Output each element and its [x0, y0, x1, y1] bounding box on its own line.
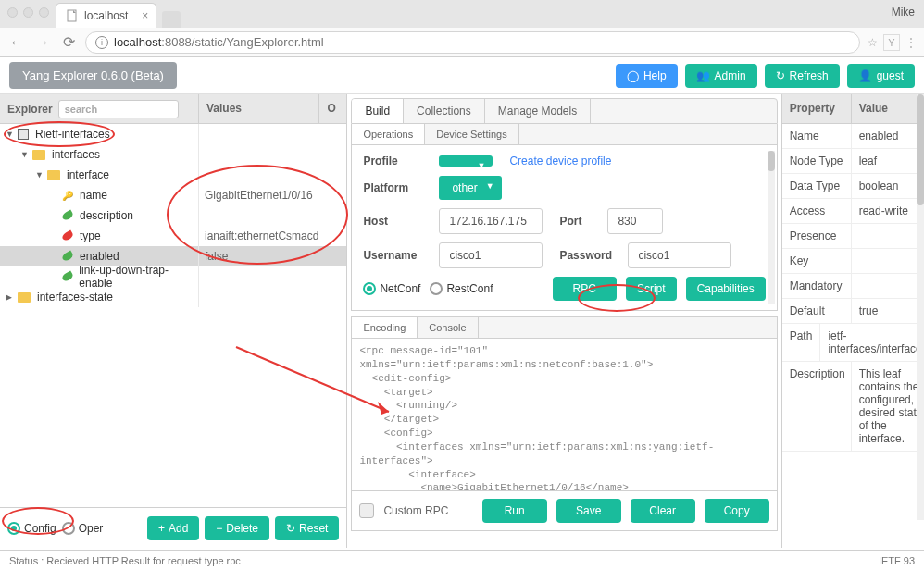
tab-build[interactable]: Build	[352, 99, 404, 123]
tree-row[interactable]: ▼interfaces	[0, 144, 346, 165]
netconf-radio[interactable]: NetConf	[363, 282, 420, 295]
tree-label: Rietf-interfaces	[35, 128, 110, 141]
tree-value[interactable]	[198, 287, 318, 307]
info-icon[interactable]: i	[95, 36, 108, 49]
reload-button[interactable]: ⟳	[59, 33, 78, 51]
help-button[interactable]: ◯Help	[616, 64, 678, 88]
new-tab-button[interactable]	[162, 11, 181, 28]
property-value: enabled	[852, 124, 924, 148]
expand-arrow-icon[interactable]: ▼	[35, 170, 44, 180]
value-header: Value	[852, 94, 895, 123]
custom-rpc-checkbox[interactable]	[359, 503, 374, 518]
expand-arrow-icon[interactable]: ▼	[20, 150, 30, 159]
search-input[interactable]: search	[58, 100, 179, 118]
scrollbar[interactable]	[768, 151, 775, 304]
status-text: Status : Recieved HTTP Result for reques…	[9, 555, 241, 566]
config-radio[interactable]: Config	[7, 522, 56, 535]
refresh-button[interactable]: ↻Refresh	[765, 64, 840, 88]
tree-value[interactable]: ianaift:ethernetCsmacd	[198, 226, 318, 246]
tab-device-settings[interactable]: Device Settings	[425, 124, 518, 144]
leaf-icon	[60, 271, 73, 283]
property-row: DescriptionThis leaf contains the config…	[782, 362, 924, 452]
tree-value[interactable]: false	[198, 246, 318, 266]
property-row: Data Typeboolean	[782, 174, 924, 199]
tree-row[interactable]: typeianaift:ethernetCsmacd	[0, 226, 346, 246]
tab-manage[interactable]: Manage Models	[485, 99, 591, 123]
tab-operations[interactable]: Operations	[352, 124, 425, 144]
tree-label: interfaces-state	[37, 291, 113, 304]
code-output[interactable]: <rpc message-id="101" xmlns="urn:ietf:pa…	[351, 338, 777, 491]
expand-arrow-icon[interactable]: ▶	[6, 292, 15, 302]
tree-row[interactable]: 🔑nameGigabitEthernet1/0/16	[0, 185, 346, 205]
tree-row[interactable]: link-up-down-trap-enable	[0, 266, 346, 287]
tree-row[interactable]: ▼Rietf-interfaces	[0, 124, 346, 144]
workspace-panel: Build Collections Manage Models Operatio…	[347, 94, 780, 548]
browser-user[interactable]: Mike	[892, 6, 915, 19]
module-icon	[18, 129, 29, 140]
password-label: Password	[559, 249, 611, 262]
script-button[interactable]: Script	[626, 277, 677, 301]
tree-row[interactable]: ▶interfaces-state	[0, 287, 346, 307]
delete-button[interactable]: −Delete	[205, 516, 269, 540]
reset-button[interactable]: ↻Reset	[275, 516, 339, 540]
menu-icon[interactable]: ⋮	[905, 36, 917, 49]
tab-collections[interactable]: Collections	[404, 99, 485, 123]
platform-label: Platform	[363, 181, 422, 194]
property-row: Mandatory	[782, 274, 924, 299]
scrollbar[interactable]	[917, 94, 924, 520]
password-input[interactable]	[628, 242, 731, 268]
property-row: Accessread-write	[782, 199, 924, 224]
tree-value[interactable]	[198, 124, 318, 144]
add-button[interactable]: +Add	[147, 516, 199, 540]
platform-dropdown[interactable]: other	[439, 176, 501, 200]
app-toolbar: Yang Explorer 0.6.0 (Beta) ◯Help 👥Admin …	[0, 57, 924, 94]
browser-tab[interactable]: localhost ×	[56, 3, 156, 28]
operations-form: Profile Create device profile Platform o…	[351, 145, 777, 311]
tree-row[interactable]: description	[0, 205, 346, 226]
url-field[interactable]: i localhost:8088/static/YangExplorer.htm…	[85, 31, 860, 54]
run-button[interactable]: Run	[482, 499, 547, 523]
port-input[interactable]	[607, 208, 663, 234]
plus-icon: +	[158, 522, 165, 535]
clear-button[interactable]: Clear	[631, 499, 695, 523]
run-bar: Custom RPC Run Save Clear Copy	[351, 491, 777, 531]
property-key: Access	[782, 199, 852, 223]
tree-value[interactable]	[198, 144, 318, 165]
expand-arrow-icon[interactable]: ▼	[6, 130, 15, 139]
custom-rpc-label: Custom RPC	[383, 504, 448, 517]
create-profile-link[interactable]: Create device profile	[509, 155, 611, 167]
tree-value[interactable]: GigabitEthernet1/0/16	[198, 185, 318, 205]
tree-value[interactable]	[198, 205, 318, 226]
username-input[interactable]	[439, 242, 543, 268]
property-key: Path	[782, 324, 821, 361]
close-icon[interactable]: ×	[142, 9, 148, 22]
tree-label: enabled	[80, 250, 119, 263]
profile-dropdown[interactable]	[439, 155, 493, 167]
tab-console[interactable]: Console	[418, 317, 478, 338]
extension-icon[interactable]: Y	[883, 34, 900, 51]
host-input[interactable]	[439, 208, 543, 234]
port-label: Port	[559, 215, 591, 228]
tree-value[interactable]	[198, 165, 318, 185]
oper-radio[interactable]: Oper	[62, 522, 104, 535]
tree-label: type	[80, 229, 101, 242]
tree-row[interactable]: ▼interface	[0, 165, 346, 185]
leaf-icon	[61, 230, 74, 242]
tab-encoding[interactable]: Encoding	[352, 317, 418, 338]
property-key: Default	[782, 299, 852, 323]
restconf-radio[interactable]: RestConf	[430, 282, 493, 295]
file-icon	[66, 9, 79, 22]
property-key: Description	[782, 362, 852, 451]
rpc-button[interactable]: RPC	[553, 277, 617, 301]
copy-button[interactable]: Copy	[705, 499, 769, 523]
save-button[interactable]: Save	[556, 499, 621, 523]
guest-button[interactable]: 👤guest	[847, 64, 915, 88]
tree-value[interactable]	[198, 266, 318, 287]
property-row: Key	[782, 249, 924, 274]
property-row: Presence	[782, 224, 924, 249]
admin-button[interactable]: 👥Admin	[685, 64, 757, 88]
bookmark-icon[interactable]: ☆	[868, 36, 878, 49]
back-button[interactable]: ←	[7, 34, 26, 51]
capabilities-button[interactable]: Capabilities	[686, 277, 766, 301]
leaf-icon	[61, 251, 74, 263]
